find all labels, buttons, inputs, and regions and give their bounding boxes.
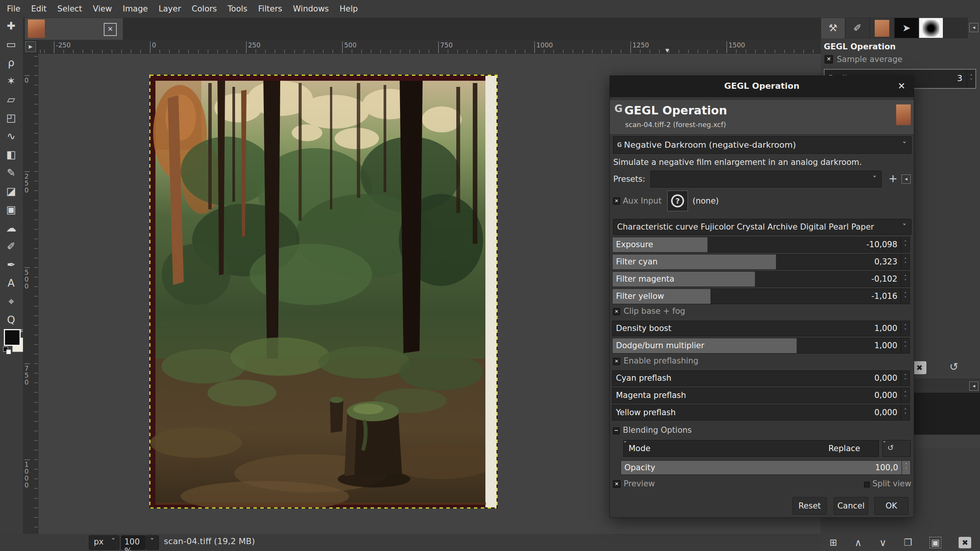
- spin-down-icon[interactable]: ˇ: [904, 329, 907, 333]
- slider-yellow-preflash[interactable]: Yellow preflash 0,000 ˆˇ: [612, 405, 910, 421]
- zoom-tool-icon[interactable]: Q: [2, 312, 20, 328]
- warp-tool-icon[interactable]: ∿: [2, 129, 20, 144]
- paintbrush-tool-icon[interactable]: ✎: [2, 165, 20, 181]
- spin-down-icon[interactable]: ˇ: [904, 396, 907, 400]
- ok-button[interactable]: OK: [874, 497, 908, 515]
- spinner[interactable]: ˆˇ: [901, 405, 910, 420]
- spin-down-icon[interactable]: ˇ: [904, 413, 907, 417]
- dialog-titlebar[interactable]: GEGL Operation ✕: [610, 76, 914, 97]
- menu-file[interactable]: File: [2, 0, 26, 18]
- bucket-fill-tool-icon[interactable]: ◧: [2, 147, 20, 162]
- tab-pointer[interactable]: ➤: [894, 18, 919, 38]
- spinner[interactable]: ˆˇ: [901, 254, 910, 269]
- new-layer-button[interactable]: ⊞: [830, 537, 837, 548]
- slider-opacity[interactable]: Opacity 100,0 ˆˇ: [621, 460, 911, 475]
- spin-down-icon[interactable]: ˇ: [904, 378, 907, 383]
- spinner[interactable]: ˆˇ: [901, 388, 910, 403]
- slider-dodge-burn-multiplier[interactable]: Dodge/burn multiplier 1,000 ˆˇ: [612, 338, 910, 354]
- tab-tool-options[interactable]: ⚒: [821, 18, 845, 38]
- operation-combo[interactable]: G Negative Darkroom (negative-darkroom) …: [613, 136, 911, 154]
- spinner[interactable]: ˆˇ: [901, 289, 910, 304]
- dock-menu-arrow-icon[interactable]: ◂: [969, 23, 978, 32]
- color-swatches[interactable]: ⇄: [3, 328, 22, 351]
- duplicate-layer-button[interactable]: ❐: [904, 537, 912, 548]
- delete-layer-button[interactable]: ✖: [959, 537, 971, 548]
- spinner[interactable]: ˆˇ: [901, 338, 910, 353]
- spin-down-icon[interactable]: ˇ: [904, 346, 907, 350]
- menu-edit[interactable]: Edit: [26, 0, 52, 18]
- tab-extra[interactable]: [943, 18, 968, 38]
- foreground-color-swatch[interactable]: [4, 329, 21, 346]
- sample-average-checkbox[interactable]: ✕: [825, 55, 833, 64]
- cancel-button[interactable]: Cancel: [834, 497, 868, 515]
- add-preset-button[interactable]: +: [889, 172, 897, 185]
- default-colors-icon-bg[interactable]: [6, 349, 11, 354]
- slider-filter-cyan[interactable]: Filter cyan 0,323 ˆˇ: [612, 254, 910, 270]
- spin-down-icon[interactable]: ˇ: [905, 468, 908, 472]
- spinner[interactable]: ˆˇ: [901, 321, 910, 336]
- radius-spinner[interactable]: ˆ ˇ: [967, 70, 975, 88]
- spinner[interactable]: ˆˇ: [902, 461, 910, 474]
- spin-down-icon[interactable]: ˇ: [904, 297, 907, 301]
- fuzzy-select-tool-icon[interactable]: ✶: [2, 73, 20, 89]
- clip-base-fog-checkbox[interactable]: ✕: [613, 308, 620, 315]
- vertical-ruler[interactable]: 0 250 500 750 1000: [23, 54, 38, 534]
- curve-combo[interactable]: Characteristic curve Fujicolor Crystal A…: [613, 219, 911, 235]
- layer-mask-button[interactable]: ▣: [929, 537, 941, 548]
- ruler-corner-button[interactable]: ▶: [25, 41, 36, 52]
- menu-windows[interactable]: Windows: [287, 0, 334, 18]
- tab-device-status[interactable]: ✐: [845, 18, 870, 38]
- transform-tool-icon[interactable]: ◰: [2, 110, 20, 126]
- unit-combo[interactable]: px ˇ: [89, 535, 119, 550]
- mode-group-button[interactable]: ↺ ˇ: [882, 440, 911, 457]
- image-tab-close-icon[interactable]: ✕: [104, 23, 117, 36]
- slider-exposure[interactable]: Exposure -10,098 ˆˇ: [612, 237, 910, 253]
- tab-brushes[interactable]: [919, 18, 943, 38]
- menu-image[interactable]: Image: [117, 0, 153, 18]
- free-select-tool-icon[interactable]: ρ: [2, 55, 20, 70]
- menu-filters[interactable]: Filters: [253, 0, 287, 18]
- menu-help[interactable]: Help: [334, 0, 363, 18]
- enable-preflashing-checkbox[interactable]: ✕: [613, 358, 620, 365]
- spin-down-icon[interactable]: ˇ: [970, 79, 973, 83]
- delete-tool-preset-button[interactable]: ✖: [913, 361, 926, 374]
- dialog-close-icon[interactable]: ✕: [898, 81, 905, 91]
- slider-magenta-preflash[interactable]: Magenta preflash 0,000 ˆˇ: [612, 388, 910, 403]
- presets-menu-arrow-icon[interactable]: ◂: [902, 174, 911, 184]
- spin-down-icon[interactable]: ˇ: [904, 245, 907, 249]
- menu-select[interactable]: Select: [52, 0, 88, 18]
- mode-combo[interactable]: Mode Replace ˇ: [623, 440, 879, 457]
- image-tab[interactable]: ✕: [24, 18, 123, 40]
- reset-tool-options-button[interactable]: ↺: [949, 360, 958, 373]
- text-tool-icon[interactable]: A: [2, 276, 20, 291]
- spinner[interactable]: ˆˇ: [901, 237, 910, 252]
- crop-tool-icon[interactable]: ▱: [2, 92, 20, 107]
- ink-tool-icon[interactable]: ✐: [2, 239, 20, 254]
- presets-combo[interactable]: ˇ: [650, 171, 882, 187]
- slider-cyan-preflash[interactable]: Cyan preflash 0,000 ˆˇ: [612, 370, 910, 386]
- color-picker-tool-icon[interactable]: ⌖: [2, 294, 20, 309]
- spinner[interactable]: ˆˇ: [901, 272, 910, 287]
- zoom-combo-button[interactable]: ˇ: [146, 535, 159, 550]
- tab-images[interactable]: [870, 18, 894, 38]
- menu-view[interactable]: View: [88, 0, 118, 18]
- menu-tools[interactable]: Tools: [222, 0, 253, 18]
- smudge-tool-icon[interactable]: ☁: [2, 220, 20, 236]
- dock-menu-arrow-icon[interactable]: ◂: [969, 381, 978, 391]
- split-view-checkbox[interactable]: [864, 482, 870, 487]
- spin-down-icon[interactable]: ˇ: [904, 262, 907, 266]
- slider-density-boost[interactable]: Density boost 1,000 ˆˇ: [612, 321, 910, 336]
- aux-input-checkbox[interactable]: ✕: [613, 197, 620, 205]
- preview-checkbox[interactable]: ✕: [613, 480, 621, 488]
- raise-layer-button[interactable]: ∧: [854, 537, 862, 548]
- paths-tool-icon[interactable]: ✒: [2, 257, 20, 272]
- eraser-tool-icon[interactable]: ◪: [2, 184, 20, 199]
- blending-options-expander[interactable]: −: [613, 427, 620, 434]
- menu-layer[interactable]: Layer: [153, 0, 186, 18]
- spinner[interactable]: ˆˇ: [901, 371, 910, 386]
- aux-input-drop-target[interactable]: ?: [667, 191, 688, 211]
- move-tool-icon[interactable]: ✚: [2, 18, 20, 34]
- clone-tool-icon[interactable]: ▣: [2, 202, 20, 217]
- lower-layer-button[interactable]: ∨: [879, 537, 887, 548]
- slider-filter-magenta[interactable]: Filter magenta -0,102 ˆˇ: [612, 271, 910, 287]
